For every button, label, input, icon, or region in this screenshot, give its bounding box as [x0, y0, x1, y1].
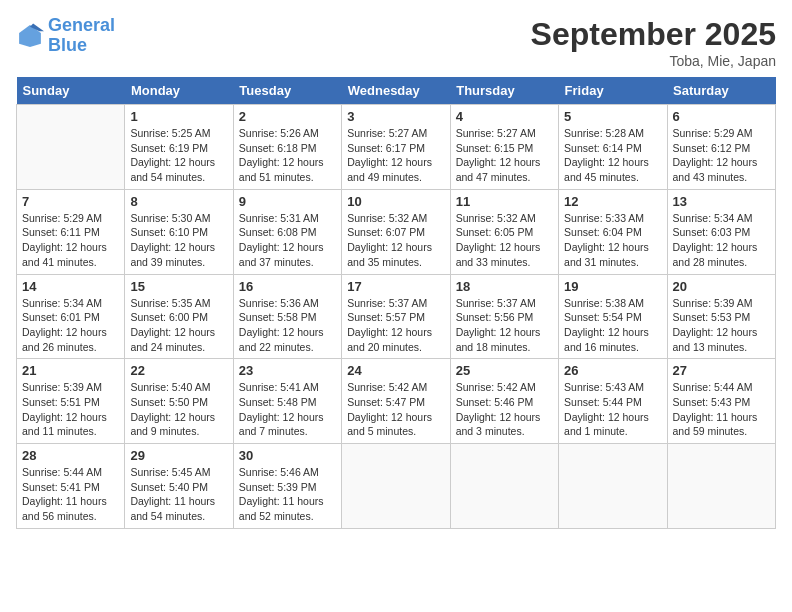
cell-info: Sunrise: 5:32 AM Sunset: 6:05 PM Dayligh… [456, 211, 553, 270]
date-number: 20 [673, 279, 770, 294]
date-number: 2 [239, 109, 336, 124]
calendar-cell: 16Sunrise: 5:36 AM Sunset: 5:58 PM Dayli… [233, 274, 341, 359]
date-number: 4 [456, 109, 553, 124]
cell-info: Sunrise: 5:36 AM Sunset: 5:58 PM Dayligh… [239, 296, 336, 355]
calendar-cell: 19Sunrise: 5:38 AM Sunset: 5:54 PM Dayli… [559, 274, 667, 359]
calendar-cell: 12Sunrise: 5:33 AM Sunset: 6:04 PM Dayli… [559, 189, 667, 274]
calendar-cell: 27Sunrise: 5:44 AM Sunset: 5:43 PM Dayli… [667, 359, 775, 444]
calendar-cell: 29Sunrise: 5:45 AM Sunset: 5:40 PM Dayli… [125, 444, 233, 529]
date-number: 8 [130, 194, 227, 209]
calendar-cell: 11Sunrise: 5:32 AM Sunset: 6:05 PM Dayli… [450, 189, 558, 274]
calendar-cell: 1Sunrise: 5:25 AM Sunset: 6:19 PM Daylig… [125, 105, 233, 190]
cell-info: Sunrise: 5:37 AM Sunset: 5:57 PM Dayligh… [347, 296, 444, 355]
date-number: 1 [130, 109, 227, 124]
cell-info: Sunrise: 5:33 AM Sunset: 6:04 PM Dayligh… [564, 211, 661, 270]
date-number: 25 [456, 363, 553, 378]
calendar-cell [559, 444, 667, 529]
day-header-friday: Friday [559, 77, 667, 105]
calendar-cell: 26Sunrise: 5:43 AM Sunset: 5:44 PM Dayli… [559, 359, 667, 444]
date-number: 9 [239, 194, 336, 209]
cell-info: Sunrise: 5:42 AM Sunset: 5:47 PM Dayligh… [347, 380, 444, 439]
cell-info: Sunrise: 5:42 AM Sunset: 5:46 PM Dayligh… [456, 380, 553, 439]
calendar-cell [450, 444, 558, 529]
calendar-cell: 21Sunrise: 5:39 AM Sunset: 5:51 PM Dayli… [17, 359, 125, 444]
calendar-week-2: 7Sunrise: 5:29 AM Sunset: 6:11 PM Daylig… [17, 189, 776, 274]
date-number: 19 [564, 279, 661, 294]
month-title: September 2025 [531, 16, 776, 53]
calendar-cell: 7Sunrise: 5:29 AM Sunset: 6:11 PM Daylig… [17, 189, 125, 274]
calendar-cell: 17Sunrise: 5:37 AM Sunset: 5:57 PM Dayli… [342, 274, 450, 359]
date-number: 30 [239, 448, 336, 463]
cell-info: Sunrise: 5:44 AM Sunset: 5:41 PM Dayligh… [22, 465, 119, 524]
calendar-cell: 20Sunrise: 5:39 AM Sunset: 5:53 PM Dayli… [667, 274, 775, 359]
title-block: September 2025 Toba, Mie, Japan [531, 16, 776, 69]
logo: General Blue [16, 16, 115, 56]
calendar-cell: 2Sunrise: 5:26 AM Sunset: 6:18 PM Daylig… [233, 105, 341, 190]
date-number: 12 [564, 194, 661, 209]
day-header-row: SundayMondayTuesdayWednesdayThursdayFrid… [17, 77, 776, 105]
cell-info: Sunrise: 5:44 AM Sunset: 5:43 PM Dayligh… [673, 380, 770, 439]
day-header-monday: Monday [125, 77, 233, 105]
calendar-week-5: 28Sunrise: 5:44 AM Sunset: 5:41 PM Dayli… [17, 444, 776, 529]
cell-info: Sunrise: 5:40 AM Sunset: 5:50 PM Dayligh… [130, 380, 227, 439]
date-number: 6 [673, 109, 770, 124]
cell-info: Sunrise: 5:31 AM Sunset: 6:08 PM Dayligh… [239, 211, 336, 270]
calendar-cell: 15Sunrise: 5:35 AM Sunset: 6:00 PM Dayli… [125, 274, 233, 359]
cell-info: Sunrise: 5:39 AM Sunset: 5:51 PM Dayligh… [22, 380, 119, 439]
calendar-cell: 14Sunrise: 5:34 AM Sunset: 6:01 PM Dayli… [17, 274, 125, 359]
logo-text: General Blue [48, 16, 115, 56]
calendar-week-4: 21Sunrise: 5:39 AM Sunset: 5:51 PM Dayli… [17, 359, 776, 444]
calendar-cell: 10Sunrise: 5:32 AM Sunset: 6:07 PM Dayli… [342, 189, 450, 274]
calendar-cell: 13Sunrise: 5:34 AM Sunset: 6:03 PM Dayli… [667, 189, 775, 274]
date-number: 28 [22, 448, 119, 463]
cell-info: Sunrise: 5:46 AM Sunset: 5:39 PM Dayligh… [239, 465, 336, 524]
cell-info: Sunrise: 5:34 AM Sunset: 6:03 PM Dayligh… [673, 211, 770, 270]
day-header-wednesday: Wednesday [342, 77, 450, 105]
date-number: 24 [347, 363, 444, 378]
calendar-week-1: 1Sunrise: 5:25 AM Sunset: 6:19 PM Daylig… [17, 105, 776, 190]
cell-info: Sunrise: 5:29 AM Sunset: 6:12 PM Dayligh… [673, 126, 770, 185]
calendar-cell: 28Sunrise: 5:44 AM Sunset: 5:41 PM Dayli… [17, 444, 125, 529]
cell-info: Sunrise: 5:25 AM Sunset: 6:19 PM Dayligh… [130, 126, 227, 185]
day-header-saturday: Saturday [667, 77, 775, 105]
date-number: 11 [456, 194, 553, 209]
cell-info: Sunrise: 5:34 AM Sunset: 6:01 PM Dayligh… [22, 296, 119, 355]
calendar-cell: 8Sunrise: 5:30 AM Sunset: 6:10 PM Daylig… [125, 189, 233, 274]
date-number: 27 [673, 363, 770, 378]
cell-info: Sunrise: 5:43 AM Sunset: 5:44 PM Dayligh… [564, 380, 661, 439]
calendar-cell: 6Sunrise: 5:29 AM Sunset: 6:12 PM Daylig… [667, 105, 775, 190]
calendar-cell [342, 444, 450, 529]
calendar-cell: 9Sunrise: 5:31 AM Sunset: 6:08 PM Daylig… [233, 189, 341, 274]
page-header: General Blue September 2025 Toba, Mie, J… [16, 16, 776, 69]
location-subtitle: Toba, Mie, Japan [531, 53, 776, 69]
calendar-cell: 24Sunrise: 5:42 AM Sunset: 5:47 PM Dayli… [342, 359, 450, 444]
date-number: 13 [673, 194, 770, 209]
cell-info: Sunrise: 5:45 AM Sunset: 5:40 PM Dayligh… [130, 465, 227, 524]
calendar-cell: 30Sunrise: 5:46 AM Sunset: 5:39 PM Dayli… [233, 444, 341, 529]
cell-info: Sunrise: 5:28 AM Sunset: 6:14 PM Dayligh… [564, 126, 661, 185]
date-number: 7 [22, 194, 119, 209]
calendar-cell: 23Sunrise: 5:41 AM Sunset: 5:48 PM Dayli… [233, 359, 341, 444]
date-number: 14 [22, 279, 119, 294]
date-number: 15 [130, 279, 227, 294]
day-header-sunday: Sunday [17, 77, 125, 105]
date-number: 17 [347, 279, 444, 294]
date-number: 16 [239, 279, 336, 294]
calendar-cell [667, 444, 775, 529]
calendar-cell: 18Sunrise: 5:37 AM Sunset: 5:56 PM Dayli… [450, 274, 558, 359]
cell-info: Sunrise: 5:27 AM Sunset: 6:17 PM Dayligh… [347, 126, 444, 185]
calendar-week-3: 14Sunrise: 5:34 AM Sunset: 6:01 PM Dayli… [17, 274, 776, 359]
calendar-cell: 22Sunrise: 5:40 AM Sunset: 5:50 PM Dayli… [125, 359, 233, 444]
cell-info: Sunrise: 5:30 AM Sunset: 6:10 PM Dayligh… [130, 211, 227, 270]
calendar-table: SundayMondayTuesdayWednesdayThursdayFrid… [16, 77, 776, 529]
calendar-cell [17, 105, 125, 190]
logo-icon [16, 22, 44, 50]
date-number: 26 [564, 363, 661, 378]
cell-info: Sunrise: 5:39 AM Sunset: 5:53 PM Dayligh… [673, 296, 770, 355]
date-number: 10 [347, 194, 444, 209]
cell-info: Sunrise: 5:41 AM Sunset: 5:48 PM Dayligh… [239, 380, 336, 439]
cell-info: Sunrise: 5:38 AM Sunset: 5:54 PM Dayligh… [564, 296, 661, 355]
date-number: 29 [130, 448, 227, 463]
date-number: 18 [456, 279, 553, 294]
day-header-thursday: Thursday [450, 77, 558, 105]
